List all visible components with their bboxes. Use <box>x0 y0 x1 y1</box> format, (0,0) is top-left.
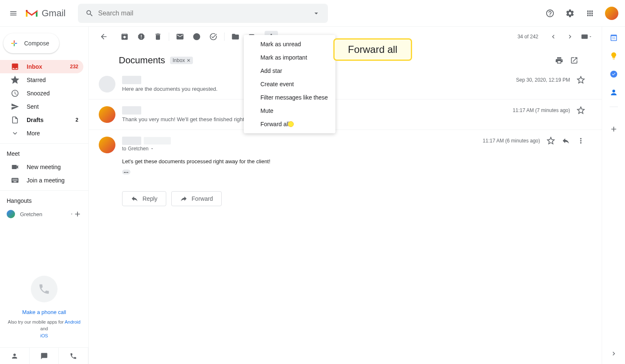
sender-avatar[interactable] <box>99 137 115 153</box>
contacts-addon[interactable] <box>610 88 618 97</box>
reply-icon[interactable] <box>562 137 570 145</box>
menu-forward-all[interactable]: Forward all <box>244 117 335 131</box>
print-button[interactable] <box>555 56 563 65</box>
hangouts-user-row[interactable]: Gretchen <box>0 207 88 221</box>
sidebar: Compose Inbox 232 Starred Snoozed Sent <box>0 27 88 364</box>
nav-label: Starred <box>27 77 78 83</box>
apps-grid-icon <box>586 9 594 17</box>
nav-inbox[interactable]: Inbox 232 <box>0 60 83 73</box>
nav-starred[interactable]: Starred <box>0 73 83 87</box>
phone-icon <box>38 283 50 295</box>
menu-add-star[interactable]: Add star <box>244 64 335 77</box>
keep-addon[interactable] <box>610 52 618 60</box>
compose-button[interactable]: Compose <box>3 33 59 53</box>
caret-down-icon <box>312 9 320 17</box>
delete-button[interactable] <box>154 32 162 41</box>
message-collapsed[interactable]: Sep 30, 2020, 12:19 PM Here are the docu… <box>89 69 602 100</box>
calendar-icon: 31 <box>610 33 618 42</box>
main-menu-button[interactable] <box>3 3 23 23</box>
menu-mark-important[interactable]: Mark as important <box>244 51 335 64</box>
chat-icon <box>40 352 48 360</box>
back-button[interactable] <box>95 28 112 45</box>
android-link[interactable]: Android <box>65 319 80 324</box>
search-bar <box>78 4 328 23</box>
sender-avatar <box>99 106 115 123</box>
spam-button[interactable] <box>137 32 145 41</box>
snooze-button[interactable] <box>192 32 201 41</box>
nav-drafts[interactable]: Drafts 2 <box>0 113 83 127</box>
message-collapsed[interactable]: 11:17 AM (7 minutes ago) Thank you very … <box>89 100 602 130</box>
input-tools-button[interactable] <box>578 28 595 45</box>
help-icon <box>545 9 555 18</box>
task-icon <box>209 32 218 41</box>
star-outline-icon[interactable] <box>547 137 555 145</box>
search-input[interactable] <box>98 10 308 17</box>
account-avatar[interactable] <box>605 7 618 20</box>
open-new-window-button[interactable] <box>570 56 578 65</box>
inbox-icon <box>11 62 19 71</box>
menu-mark-unread[interactable]: Mark as unread <box>244 37 335 51</box>
phone-tab[interactable] <box>59 348 88 364</box>
nav-label: Drafts <box>27 117 75 123</box>
nav-label: New meeting <box>27 164 78 170</box>
remove-label-icon[interactable]: ✕ <box>187 58 190 63</box>
tasks-addon[interactable] <box>610 70 618 78</box>
older-button[interactable] <box>562 28 578 45</box>
chevron-down-icon <box>11 129 19 137</box>
menu-filter-messages[interactable]: Filter messages like these <box>244 91 335 104</box>
meet-join-meeting[interactable]: Join a meeting <box>0 174 83 187</box>
caret-down-icon <box>588 35 592 39</box>
meet-header: Meet <box>0 147 88 160</box>
meet-new-meeting[interactable]: New meeting <box>0 160 83 174</box>
nav-label: Sent <box>27 103 78 110</box>
compose-label: Compose <box>24 40 49 47</box>
keyboard-small-icon <box>581 33 588 40</box>
annotation-callout: Forward all <box>333 38 412 61</box>
print-icon <box>555 56 563 65</box>
mark-unread-button[interactable] <box>176 32 184 41</box>
gmail-icon <box>25 8 38 18</box>
more-actions-menu: Mark as unread Mark as important Add sta… <box>244 35 335 133</box>
menu-mute[interactable]: Mute <box>244 104 335 117</box>
star-outline-icon[interactable] <box>577 106 585 115</box>
spam-icon <box>137 32 145 41</box>
hamburger-icon <box>9 9 18 17</box>
calendar-addon[interactable]: 31 <box>610 33 618 42</box>
inbox-label-chip[interactable]: Inbox ✕ <box>170 57 192 64</box>
newer-button[interactable] <box>545 28 562 45</box>
search-button[interactable] <box>81 5 98 22</box>
nav-more[interactable]: More <box>0 127 83 140</box>
add-task-button[interactable] <box>209 32 218 41</box>
plus-icon[interactable] <box>73 210 82 218</box>
send-icon <box>11 102 19 111</box>
reply-actions: Reply Forward <box>89 184 602 206</box>
settings-button[interactable] <box>562 5 578 22</box>
get-addons[interactable] <box>610 125 618 133</box>
archive-button[interactable] <box>120 32 129 41</box>
hangouts-name: Gretchen <box>20 211 70 217</box>
search-options-button[interactable] <box>308 5 325 22</box>
nav-sent[interactable]: Sent <box>0 100 83 113</box>
phone-call-link[interactable]: Make a phone call <box>7 309 82 315</box>
star-outline-icon[interactable] <box>577 76 585 84</box>
forward-button[interactable]: Forward <box>171 191 222 206</box>
clock-icon <box>11 89 19 97</box>
move-to-button[interactable] <box>231 32 240 41</box>
more-vert-icon[interactable] <box>577 137 585 145</box>
ios-link[interactable]: iOS <box>40 333 48 338</box>
nav-snoozed[interactable]: Snoozed <box>0 87 83 100</box>
apps-button[interactable] <box>582 5 598 22</box>
hangouts-tab[interactable] <box>0 348 30 364</box>
menu-create-event[interactable]: Create event <box>244 77 335 91</box>
header-actions <box>542 5 622 22</box>
support-button[interactable] <box>542 5 558 22</box>
reply-button[interactable]: Reply <box>122 191 166 206</box>
gmail-logo[interactable]: Gmail <box>25 8 65 19</box>
video-icon <box>11 163 19 171</box>
chat-tab[interactable] <box>30 348 59 364</box>
message-recipients[interactable]: to Gretchen <box>122 146 585 152</box>
collapse-panel-button[interactable] <box>610 350 618 357</box>
mobile-apps-text: Also try our mobile apps for Android and… <box>7 319 82 339</box>
contacts-icon <box>610 88 618 97</box>
show-trimmed-button[interactable]: ••• <box>122 170 130 175</box>
